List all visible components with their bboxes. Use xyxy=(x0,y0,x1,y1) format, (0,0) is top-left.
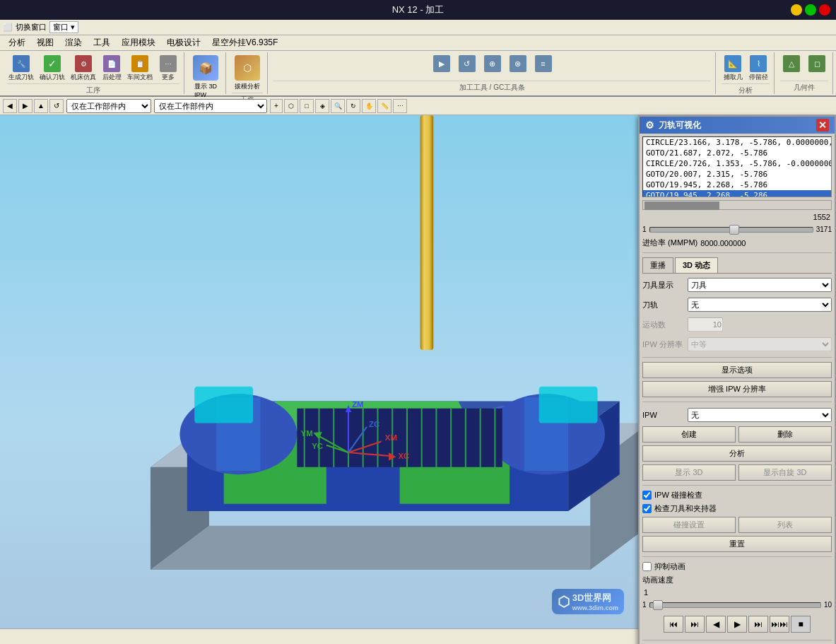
code-line-5[interactable]: GOTO/19.945, 2.268, -5.286 xyxy=(643,190,831,197)
close-button[interactable] xyxy=(819,4,830,16)
menu-analysis[interactable]: 分析 xyxy=(3,35,31,50)
pan-btn[interactable]: ✋ xyxy=(362,99,376,113)
list-button[interactable]: 列表 xyxy=(738,517,832,533)
nav-back[interactable]: ◀ xyxy=(3,99,17,113)
window-dropdown[interactable]: 窗口 ▾ xyxy=(49,21,78,33)
more-btn2[interactable]: ⋯ xyxy=(393,99,407,113)
menu-plugin[interactable]: 星空外挂V6.935F xyxy=(206,35,283,50)
tab-replay[interactable]: 重播 xyxy=(642,257,673,273)
delete-button[interactable]: 删除 xyxy=(738,426,832,443)
menu-modules[interactable]: 应用模块 xyxy=(116,35,161,50)
ribbon-icons-process: 🔧 生成刀轨 ✓ 确认刀轨 ⚙ 机床仿真 📄 后处理 📋 车间文档 xyxy=(7,54,179,83)
analyze-button[interactable]: 分析 xyxy=(642,445,832,462)
suppress-anim-checkbox[interactable] xyxy=(642,562,652,571)
icon-g2[interactable]: ◻ xyxy=(806,54,828,74)
context-select2[interactable]: 仅在工作部件内 xyxy=(154,99,267,113)
menu-view[interactable]: 视图 xyxy=(31,35,59,50)
main-slider-track[interactable] xyxy=(649,227,813,233)
shop-doc-icon[interactable]: 📋 车间文档 xyxy=(126,54,154,83)
icon-m5[interactable]: ≡ xyxy=(532,54,555,74)
transport-last[interactable]: ⏭⏭ xyxy=(770,616,789,633)
gen-toolpath-icon[interactable]: 🔧 生成刀轨 xyxy=(7,54,35,83)
anim-speed-slider-thumb[interactable] xyxy=(653,600,663,610)
menubar: 分析 视图 渲染 工具 应用模块 电极设计 星空外挂V6.935F xyxy=(0,35,836,51)
toolpath-label: 刀轨 xyxy=(642,300,685,310)
motion-input[interactable] xyxy=(688,317,723,332)
icon-m4[interactable]: ⊗ xyxy=(507,54,529,74)
separator-5 xyxy=(642,556,832,557)
anim-speed-slider-row: 1 10 xyxy=(642,599,832,610)
dwell-path-icon[interactable]: ⌇ 停留径 xyxy=(747,54,770,83)
code-line-4[interactable]: GOTO/19.945, 2.268, -5.786 xyxy=(643,180,831,190)
code-line-1[interactable]: GOTO/21.687, 2.072, -5.786 xyxy=(643,148,831,158)
collision-settings-button[interactable]: 碰撞设置 xyxy=(642,517,736,533)
display-options-button[interactable]: 显示选项 xyxy=(642,362,832,378)
minimize-button[interactable] xyxy=(791,4,802,16)
menu-electrode[interactable]: 电极设计 xyxy=(161,35,206,50)
menu-tools[interactable]: 工具 xyxy=(88,35,116,50)
show-rotate-3d-button[interactable]: 显示自旋 3D xyxy=(738,464,832,481)
tool-holder-checkbox[interactable] xyxy=(642,504,652,513)
menu-render[interactable]: 渲染 xyxy=(59,35,88,50)
capture-geo-icon[interactable]: 📐 捕取几 xyxy=(722,54,744,83)
nav-buttons: ◀ ▶ ▲ ↺ xyxy=(3,99,64,113)
icon-g1[interactable]: △ xyxy=(780,54,803,74)
post-process-icon[interactable]: 📄 后处理 xyxy=(100,54,123,83)
measure-btn[interactable]: 📏 xyxy=(377,99,391,113)
code-line-3[interactable]: GOTO/20.007, 2.315, -5.786 xyxy=(643,169,831,180)
anim-speed-label-row: 动画速度 xyxy=(642,575,832,585)
switch-window-icon[interactable]: ⬜ xyxy=(3,23,13,32)
hscroll-thumb[interactable] xyxy=(644,201,719,210)
main-slider-thumb[interactable] xyxy=(729,225,739,235)
maximize-button[interactable] xyxy=(805,4,816,16)
create-button[interactable]: 创建 xyxy=(642,426,736,443)
more-icon[interactable]: ⋯ 更多 xyxy=(157,54,179,83)
ipw-select2[interactable]: 无 保存的 显示 xyxy=(688,408,832,422)
panel-header[interactable]: ⚙ 刀轨可视化 ✕ xyxy=(640,117,835,134)
tool-display-select[interactable]: 刀具 无 全部 xyxy=(688,278,832,292)
code-list-hscrollbar[interactable] xyxy=(642,200,832,210)
icon-m3[interactable]: ⊕ xyxy=(481,54,504,74)
snap-icon[interactable]: + xyxy=(270,99,283,113)
watermark: ⬡ 3D世界网 www.3dim.com xyxy=(552,589,624,614)
draft-analysis-icon[interactable]: ⬡ 拔模分析 xyxy=(232,54,263,93)
slider-value-display: 1552 xyxy=(642,213,832,221)
view-btn[interactable]: □ xyxy=(300,99,314,113)
nav-up[interactable]: ▲ xyxy=(34,99,48,113)
ribbon-icons-workpiece: ⬡ 拔模分析 xyxy=(232,54,263,93)
transport-next-step[interactable]: ⏭ xyxy=(748,616,768,633)
select-btn[interactable]: ◈ xyxy=(315,99,329,113)
filter-btn[interactable]: ⬡ xyxy=(284,99,298,113)
reset-button[interactable]: 重置 xyxy=(642,536,832,552)
icon-m1[interactable]: ▶ xyxy=(430,54,453,74)
rotate-btn[interactable]: ↻ xyxy=(346,99,360,113)
code-line-0[interactable]: CIRCLE/23.166, 3.178, -5.786, 0.0000000,… xyxy=(643,137,831,148)
verify-toolpath-icon[interactable]: ✓ 确认刀轨 xyxy=(38,54,66,83)
show-3d-button[interactable]: 显示 3D xyxy=(642,464,736,481)
ipw-collision-checkbox[interactable] xyxy=(642,491,652,500)
nav-fwd[interactable]: ▶ xyxy=(18,99,33,113)
ribbon-content: 🔧 生成刀轨 ✓ 确认刀轨 ⚙ 机床仿真 📄 后处理 📋 车间文档 xyxy=(0,51,836,95)
show-3d-ipw-icon[interactable]: 📦 显示 3DIPW xyxy=(190,54,221,100)
transport-backward[interactable]: ◀ xyxy=(706,616,726,633)
switch-window-label[interactable]: 切换窗口 xyxy=(16,22,47,33)
code-line-2[interactable]: CIRCLE/20.726, 1.353, -5.786, -0.0000000… xyxy=(643,158,831,169)
transport-first[interactable]: ⏮ xyxy=(664,616,683,633)
machine-sim-icon[interactable]: ⚙ 机床仿真 xyxy=(69,54,98,83)
transport-stop[interactable]: ■ xyxy=(791,616,811,633)
tab-3d-dynamic[interactable]: 3D 动态 xyxy=(675,257,718,273)
panel-close-button[interactable]: ✕ xyxy=(816,119,829,131)
context-select1[interactable]: 仅在工作部件内 xyxy=(66,99,151,113)
transport-prev-step[interactable]: ⏭ xyxy=(685,616,705,633)
ipw-resolution-select[interactable]: 中等 低 高 xyxy=(688,337,832,351)
transport-forward[interactable]: ▶ xyxy=(727,616,747,633)
code-list[interactable]: CIRCLE/23.166, 3.178, -5.786, 0.0000000,… xyxy=(642,136,832,197)
zoom-btn[interactable]: 🔍 xyxy=(331,99,345,113)
anim-speed-slider-track[interactable] xyxy=(649,602,821,608)
icon-m2[interactable]: ↺ xyxy=(456,54,478,74)
tool-holder-check-row: 检查刀具和夹持器 xyxy=(642,503,832,514)
nav-refresh[interactable]: ↺ xyxy=(49,99,64,113)
toolpath-select[interactable]: 无 显示 全部 xyxy=(688,298,832,312)
tab-row: 重播 3D 动态 xyxy=(642,257,832,274)
enhance-ipw-button[interactable]: 增强 IPW 分辨率 xyxy=(642,381,832,397)
